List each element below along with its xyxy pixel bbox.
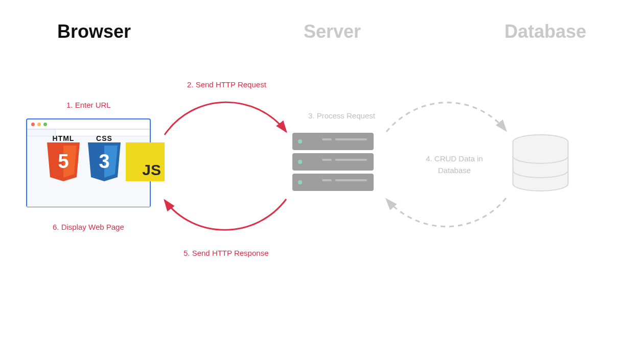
html5-glyph: 5 bbox=[58, 151, 68, 172]
js-label: JS bbox=[142, 161, 161, 179]
arrow-to-db bbox=[386, 103, 506, 132]
heading-database: Database bbox=[504, 21, 586, 42]
arrow-from-db bbox=[386, 198, 506, 227]
server-rack bbox=[292, 153, 374, 171]
database-icon bbox=[512, 134, 569, 192]
browser-chrome bbox=[27, 119, 150, 130]
arrow-response bbox=[165, 199, 286, 230]
window-close-dot bbox=[31, 123, 35, 126]
tech-logos: HTML 5 CSS 3 JS bbox=[44, 134, 165, 182]
step-4-label: 4. CRUD Data in Database bbox=[421, 153, 488, 176]
html-label: HTML bbox=[44, 134, 83, 142]
step-5-label: 5. Send HTTP Response bbox=[183, 249, 268, 257]
server-icon bbox=[292, 133, 374, 191]
step-2-label: 2. Send HTTP Request bbox=[187, 80, 266, 89]
step-6-label: 6. Display Web Page bbox=[53, 223, 124, 231]
diagram-root: Browser Server Database HTML 5 CSS bbox=[0, 0, 644, 338]
server-rack bbox=[292, 174, 374, 191]
step-3-label: 3. Process Request bbox=[308, 111, 375, 120]
arrow-request bbox=[165, 102, 286, 135]
heading-browser: Browser bbox=[57, 21, 131, 42]
js-logo-icon: JS bbox=[126, 142, 165, 181]
step-1-label: 1. Enter URL bbox=[66, 101, 111, 109]
css3-glyph: 3 bbox=[99, 151, 109, 172]
css-label: CSS bbox=[85, 134, 124, 142]
window-min-dot bbox=[37, 123, 41, 126]
server-rack bbox=[292, 133, 374, 150]
css3-logo-icon: CSS 3 bbox=[85, 134, 124, 182]
window-max-dot bbox=[43, 123, 47, 126]
html5-logo-icon: HTML 5 bbox=[44, 134, 83, 182]
heading-server: Server bbox=[304, 21, 361, 42]
